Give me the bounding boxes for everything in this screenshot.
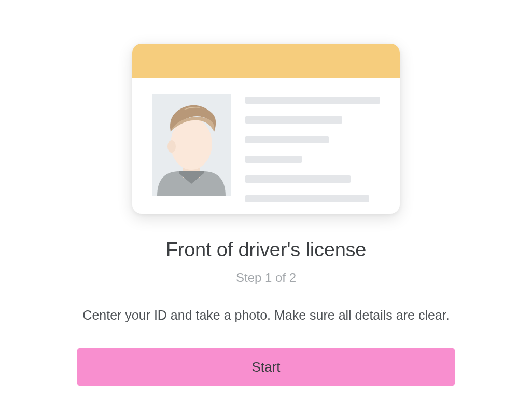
id-line (245, 116, 342, 124)
id-line (245, 97, 380, 104)
page-title: Front of driver's license (166, 239, 367, 261)
id-line (245, 175, 351, 183)
start-button[interactable]: Start (77, 348, 455, 386)
id-text-lines (245, 94, 380, 202)
svg-point-2 (167, 140, 176, 153)
id-line (245, 195, 369, 202)
id-line (245, 136, 329, 143)
step-indicator: Step 1 of 2 (236, 270, 296, 285)
id-line (245, 156, 302, 163)
id-card-illustration (132, 44, 400, 214)
person-avatar-icon (152, 94, 231, 196)
instructions-text: Center your ID and take a photo. Make su… (67, 308, 465, 323)
id-card-body (132, 78, 400, 202)
id-photo-placeholder (152, 94, 231, 196)
id-card-header-stripe (132, 44, 400, 78)
